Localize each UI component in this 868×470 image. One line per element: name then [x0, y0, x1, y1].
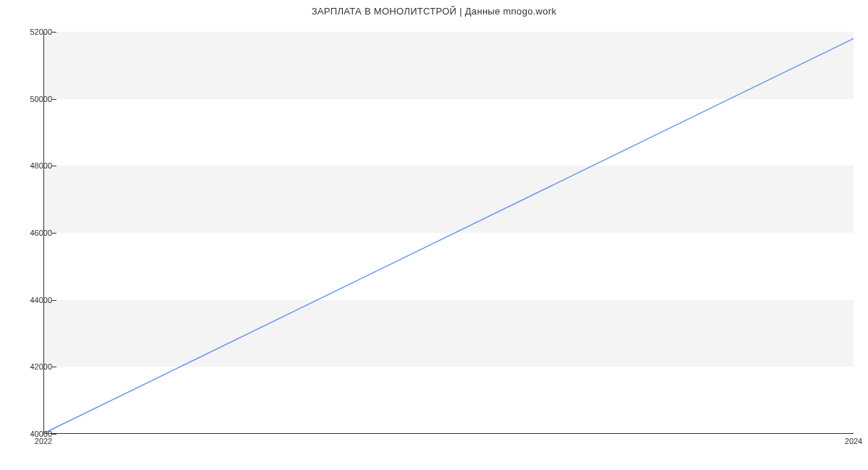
series-line — [44, 38, 854, 433]
plot-area — [43, 32, 854, 434]
chart-title: ЗАРПЛАТА В МОНОЛИТСТРОЙ | Данные mnogo.w… — [0, 6, 868, 17]
x-tick-label: 2024 — [845, 437, 862, 445]
line-layer — [44, 32, 854, 433]
x-tick-label: 2022 — [35, 437, 52, 445]
chart-container: ЗАРПЛАТА В МОНОЛИТСТРОЙ | Данные mnogo.w… — [0, 0, 868, 470]
y-tick-label: 48000 — [9, 161, 52, 170]
y-tick-label: 46000 — [9, 228, 52, 237]
y-tick-label: 44000 — [9, 296, 52, 304]
y-tick-label: 52000 — [9, 27, 52, 36]
y-tick-label: 50000 — [9, 95, 52, 103]
y-tick-label: 42000 — [9, 362, 52, 371]
